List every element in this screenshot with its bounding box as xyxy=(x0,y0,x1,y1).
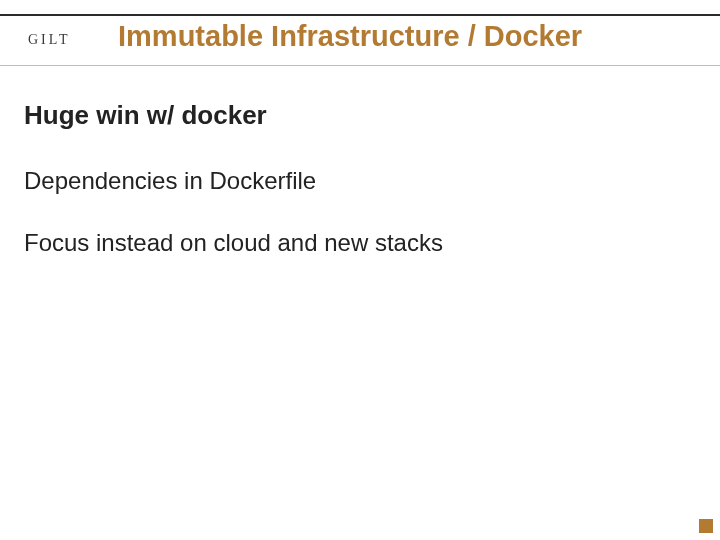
slide-header: GILT Immutable Infrastructure / Docker xyxy=(0,14,720,66)
corner-accent-square xyxy=(699,519,713,533)
content-subheading: Huge win w/ docker xyxy=(24,100,696,131)
slide-content: Huge win w/ docker Dependencies in Docke… xyxy=(24,100,696,291)
content-line: Focus instead on cloud and new stacks xyxy=(24,229,696,257)
content-line: Dependencies in Dockerfile xyxy=(24,167,696,195)
header-bottom-rule xyxy=(0,65,720,66)
gilt-logo: GILT xyxy=(28,32,71,48)
slide-title: Immutable Infrastructure / Docker xyxy=(118,20,582,53)
header-top-rule xyxy=(0,14,720,16)
